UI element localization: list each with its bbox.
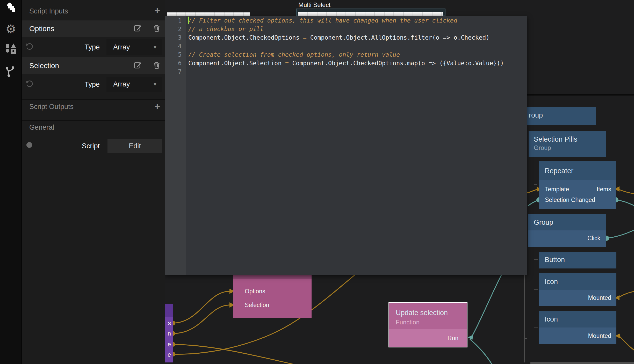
button-node[interactable]: Button bbox=[539, 252, 616, 268]
icon-node-1[interactable]: IconMounted bbox=[539, 273, 616, 306]
port-n[interactable]: n bbox=[168, 330, 171, 337]
node-title: Icon bbox=[545, 278, 558, 286]
rename-icon[interactable] bbox=[134, 24, 142, 33]
port-s[interactable]: s bbox=[168, 320, 171, 327]
line-number: 6 bbox=[165, 60, 186, 67]
repeater-node[interactable]: RepeaterTemplateItemsSelection Changed bbox=[539, 161, 616, 209]
dropdown-value: Array bbox=[113, 43, 154, 51]
code-line[interactable]: 2// a checkbox or pill bbox=[165, 25, 527, 33]
type-label: Type bbox=[84, 81, 100, 89]
port-items[interactable]: Items bbox=[597, 186, 611, 193]
code-line[interactable]: 6Component.Object.Selection = Component.… bbox=[165, 59, 527, 67]
line-number: 5 bbox=[165, 51, 186, 58]
selection-pills-node[interactable]: Selection PillsGroup bbox=[529, 131, 606, 157]
properties-panel: Script Inputs + Options bbox=[21, 0, 165, 364]
section-separator bbox=[22, 99, 165, 100]
chevron-down-icon: ▾ bbox=[154, 44, 156, 50]
object-ports-node[interactable]: OptionsSelection bbox=[233, 275, 312, 318]
type-label: Type bbox=[84, 43, 100, 51]
node-subtitle: Group bbox=[534, 144, 551, 151]
canvas-horizontal-scrollbar[interactable] bbox=[530, 362, 634, 364]
reset-icon[interactable] bbox=[26, 80, 33, 89]
reset-icon[interactable] bbox=[26, 43, 33, 52]
node-header bbox=[165, 304, 173, 317]
app-window: Multi Select roupSelection PillsGroupRep… bbox=[0, 0, 634, 364]
line-number: 3 bbox=[165, 34, 186, 41]
port-selection-changed[interactable]: Selection Changed bbox=[545, 196, 595, 203]
group-top-node[interactable]: roup bbox=[527, 107, 596, 125]
port-e[interactable]: e bbox=[168, 351, 171, 358]
delete-icon[interactable] bbox=[153, 61, 160, 70]
line-number: 7 bbox=[165, 68, 186, 75]
puzzle-icon bbox=[5, 2, 16, 13]
param-row-options[interactable]: Options bbox=[22, 20, 165, 37]
script-outputs-header: Script Outputs bbox=[29, 103, 74, 111]
gear-icon: ⚙ bbox=[5, 23, 16, 35]
components-icon bbox=[5, 43, 17, 56]
node-title: Update selection bbox=[396, 309, 448, 317]
line-number: 2 bbox=[165, 26, 186, 32]
sidebar-item-node-library[interactable] bbox=[0, 43, 21, 56]
text-caret bbox=[188, 17, 189, 24]
port-mounted[interactable]: Mounted bbox=[588, 294, 611, 301]
sidebar-item-settings[interactable]: ⚙ bbox=[0, 23, 21, 35]
multi-select-title: Multi Select bbox=[298, 1, 330, 9]
port-template[interactable]: Template bbox=[545, 186, 569, 193]
code-line[interactable]: 4 bbox=[165, 42, 527, 50]
edit-script-button[interactable]: Edit bbox=[107, 139, 162, 153]
node-title: Group bbox=[534, 219, 553, 227]
port-options[interactable]: Options bbox=[245, 288, 265, 295]
branch-icon bbox=[5, 65, 17, 78]
code-line[interactable]: 5// Create selection from checked option… bbox=[165, 50, 527, 59]
param-row-selection[interactable]: Selection bbox=[22, 57, 165, 74]
port-selection[interactable]: Selection bbox=[245, 302, 269, 309]
code-line[interactable]: 7 bbox=[165, 67, 527, 76]
script-label: Script bbox=[82, 142, 100, 150]
node-title: Icon bbox=[545, 315, 558, 323]
node-title: Button bbox=[545, 256, 565, 264]
node-header bbox=[233, 275, 312, 279]
type-dropdown[interactable]: Array ▾ bbox=[106, 39, 162, 55]
section-separator bbox=[22, 120, 165, 121]
update-selection-node[interactable]: Update selectionFunctionRun bbox=[388, 302, 467, 347]
line-number: 1 bbox=[165, 17, 186, 24]
script-inputs-header: Script Inputs bbox=[29, 7, 68, 15]
sidebar-item-components[interactable] bbox=[0, 2, 21, 13]
icon-node-2[interactable]: IconMounted bbox=[539, 311, 616, 344]
script-editor[interactable]: 1// Filter out checked options, this wil… bbox=[165, 16, 527, 275]
node-title: roup bbox=[529, 111, 543, 119]
node-subtitle: Function bbox=[396, 319, 420, 326]
add-input-button[interactable]: + bbox=[154, 6, 160, 16]
node-title: Selection Pills bbox=[534, 135, 577, 143]
add-output-button[interactable]: + bbox=[154, 101, 160, 111]
node-title: Repeater bbox=[545, 167, 573, 175]
line-number: 4 bbox=[165, 43, 186, 49]
param-name: Selection bbox=[29, 62, 59, 70]
param-name: Options bbox=[29, 25, 54, 33]
script-port-dot[interactable] bbox=[26, 142, 32, 148]
port-mounted[interactable]: Mounted bbox=[588, 332, 611, 339]
icon-sidebar: ⚙ bbox=[0, 0, 21, 364]
code-line[interactable]: 3Component.Object.CheckedOptions = Compo… bbox=[165, 33, 527, 42]
port-e[interactable]: e bbox=[168, 341, 171, 348]
widget-preview-bar bbox=[298, 12, 443, 16]
port-run[interactable]: Run bbox=[448, 335, 458, 342]
code-line[interactable]: 1// Filter out checked options, this wil… bbox=[165, 16, 527, 25]
port-click[interactable]: Click bbox=[587, 235, 600, 242]
delete-icon[interactable] bbox=[153, 24, 160, 33]
sidebar-item-version-control[interactable] bbox=[0, 65, 21, 78]
rename-icon[interactable] bbox=[134, 61, 142, 70]
chevron-down-icon: ▾ bbox=[154, 81, 156, 88]
type-dropdown[interactable]: Array ▾ bbox=[106, 77, 162, 92]
general-header: General bbox=[29, 123, 54, 132]
widget-preview-bar bbox=[167, 12, 250, 16]
dropdown-value: Array bbox=[113, 80, 154, 88]
group-node[interactable]: GroupClick bbox=[528, 214, 606, 247]
script-object-node[interactable]: snee bbox=[165, 304, 173, 362]
node-header bbox=[529, 131, 606, 157]
